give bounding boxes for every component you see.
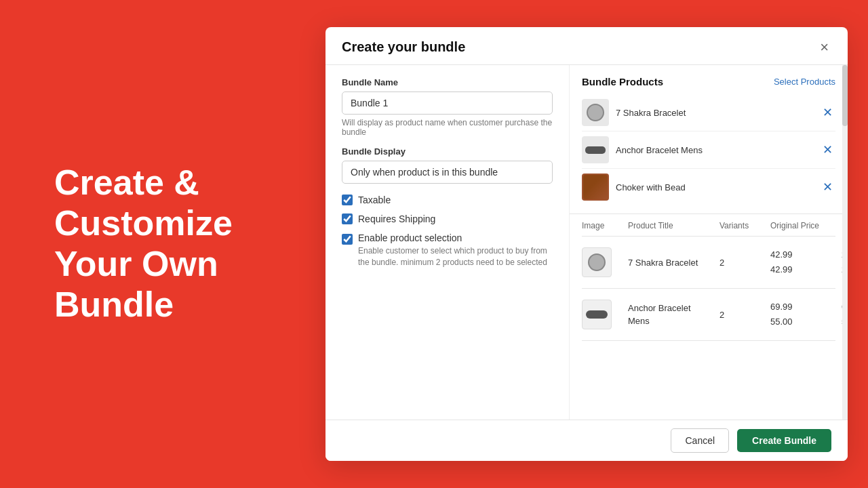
row-thumb-2 [582, 300, 628, 329]
right-panel: Bundle Products Select Products 7 Shakra… [570, 65, 848, 420]
row-original-1: 42.99 42.99 [770, 247, 842, 277]
taxable-label: Taxable [358, 195, 391, 205]
product-remove-3[interactable]: ✕ [820, 180, 835, 195]
taxable-checkbox[interactable] [342, 195, 353, 205]
col-header-title: Product Title [628, 221, 719, 230]
product-name-1: 7 Shakra Bracelet [616, 108, 820, 118]
modal-header: Create your bundle × [326, 27, 848, 65]
select-products-link[interactable]: Select Products [774, 77, 835, 87]
scrollbar-track[interactable] [842, 65, 848, 420]
row-variants-2: 2 [719, 310, 770, 320]
col-header-variants: Variants [719, 221, 770, 230]
hero-line4: Bundle [54, 285, 233, 325]
product-thumb-2 [582, 136, 609, 163]
bundle-name-group: Bundle Name Will display as product name… [342, 77, 553, 137]
hero-line3: Your Own [54, 244, 233, 285]
modal-overlay: Create your bundle × Bundle Name Will di… [305, 0, 868, 488]
bundle-name-label: Bundle Name [342, 77, 553, 87]
bundle-product-item: 7 Shakra Bracelet ✕ [582, 94, 835, 131]
hero-text: Create & Customize Your Own Bundle [54, 163, 233, 325]
row-title-1: 7 Shakra Bracelet [628, 258, 719, 268]
bundle-products-header: Bundle Products Select Products [582, 76, 835, 87]
bundle-products-section: Bundle Products Select Products 7 Shakra… [570, 65, 848, 214]
scrollbar-thumb[interactable] [842, 65, 848, 126]
modal-footer: Cancel Create Bundle [326, 420, 848, 461]
bundle-display-group: Bundle Display Only when product is in t… [342, 146, 553, 184]
create-bundle-button[interactable]: Create Bundle [737, 429, 831, 452]
bundle-display-label: Bundle Display [342, 146, 553, 157]
row-title-2: Anchor Bracelet Mens [628, 302, 719, 328]
product-remove-1[interactable]: ✕ [820, 105, 835, 120]
enable-product-selection-group: Enable product selection Enable customer… [342, 232, 553, 268]
taxable-group: Taxable [342, 195, 553, 205]
hero-line2: Customize [54, 203, 233, 244]
row-thumb-1 [582, 247, 628, 277]
product-name-2: Anchor Bracelet Mens [616, 145, 820, 155]
modal-content: Bundle Name Will display as product name… [326, 65, 848, 420]
close-button[interactable]: × [817, 40, 831, 55]
requires-shipping-checkbox[interactable] [342, 214, 353, 224]
enable-product-selection-checkbox[interactable] [342, 234, 353, 245]
hero-section: Create & Customize Your Own Bundle [0, 0, 305, 488]
table-section: Image Product Title Variants Original Pr… [570, 214, 848, 420]
left-panel: Bundle Name Will display as product name… [326, 65, 570, 420]
bundle-product-item-3: Choker with Bead ✕ [582, 169, 835, 205]
table-header: Image Product Title Variants Original Pr… [582, 214, 835, 237]
table-row-2: Anchor Bracelet Mens 2 69.99 55.00 69.99… [582, 289, 835, 341]
bundle-name-input[interactable] [342, 92, 553, 115]
enable-product-selection-label: Enable product selection [358, 232, 553, 243]
product-name-3: Choker with Bead [616, 182, 820, 192]
requires-shipping-label: Requires Shipping [358, 214, 435, 224]
product-thumb-3 [582, 174, 609, 201]
product-remove-2[interactable]: ✕ [820, 142, 835, 157]
bundle-display-select[interactable]: Only when product is in this bundle [342, 161, 553, 184]
modal-title: Create your bundle [342, 39, 465, 55]
col-header-original: Original Price [770, 221, 842, 230]
col-header-image: Image [582, 221, 628, 230]
product-thumb-1 [582, 99, 609, 126]
bundle-product-item-2: Anchor Bracelet Mens ✕ [582, 131, 835, 169]
enable-product-selection-hint: Enable customer to select which product … [358, 245, 553, 268]
cancel-button[interactable]: Cancel [671, 428, 729, 453]
bundle-products-title: Bundle Products [582, 76, 663, 87]
hero-line1: Create & [54, 163, 233, 203]
table-row: 7 Shakra Bracelet 2 42.99 42.99 21.50 21… [582, 237, 835, 289]
requires-shipping-group: Requires Shipping [342, 214, 553, 224]
row-original-2: 69.99 55.00 [770, 300, 842, 329]
row-variants-1: 2 [719, 258, 770, 268]
bundle-name-hint: Will display as product name when custom… [342, 118, 553, 137]
modal: Create your bundle × Bundle Name Will di… [326, 27, 848, 461]
